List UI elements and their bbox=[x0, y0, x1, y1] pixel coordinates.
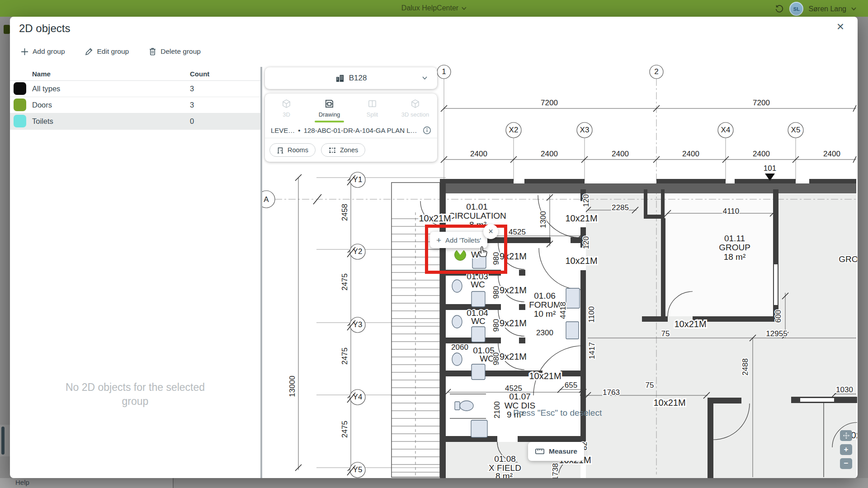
svg-text:2458: 2458 bbox=[340, 204, 349, 221]
building-name: B128 bbox=[349, 74, 367, 83]
svg-text:7200: 7200 bbox=[541, 99, 558, 107]
history-undo-icon[interactable] bbox=[774, 4, 784, 14]
edit-group-button[interactable]: Edit group bbox=[85, 47, 129, 56]
info-icon[interactable] bbox=[423, 126, 431, 135]
breadcrumb-separator: • bbox=[298, 127, 300, 134]
svg-text:10x21M: 10x21M bbox=[674, 319, 706, 329]
tab-3d[interactable]: 3D bbox=[265, 94, 308, 122]
table-row[interactable]: Doors 3 bbox=[10, 97, 260, 113]
workspace-selector[interactable]: Dalux HelpCenter bbox=[401, 4, 467, 12]
close-icon[interactable]: × bbox=[837, 20, 844, 33]
svg-text:1300: 1300 bbox=[539, 211, 547, 228]
empty-state-message: No 2D objects for the selected group bbox=[10, 380, 260, 408]
group-count: 0 bbox=[190, 117, 260, 126]
svg-text:1738: 1738 bbox=[551, 463, 560, 478]
svg-text:2488: 2488 bbox=[741, 358, 750, 375]
dismiss-selection-button[interactable]: × bbox=[483, 224, 498, 239]
bottom-strip-right bbox=[174, 478, 868, 488]
svg-text:01.06: 01.06 bbox=[534, 291, 556, 300]
measure-label: Measure bbox=[549, 447, 577, 455]
svg-text:4525: 4525 bbox=[509, 228, 526, 236]
svg-text:10 m²: 10 m² bbox=[534, 309, 556, 319]
svg-text:120: 120 bbox=[582, 236, 590, 249]
svg-text:X4: X4 bbox=[721, 126, 731, 134]
esc-hint-text: Press "Esc" to deselect bbox=[513, 408, 602, 418]
add-group-button[interactable]: Add group bbox=[21, 47, 65, 56]
pan-arrows-icon bbox=[842, 432, 850, 440]
svg-text:10x21M: 10x21M bbox=[653, 398, 685, 408]
user-menu-chevron-icon[interactable] bbox=[851, 7, 856, 10]
svg-text:2400: 2400 bbox=[470, 150, 487, 158]
page-nav-icon-fragment bbox=[4, 25, 10, 34]
svg-text:Y1: Y1 bbox=[353, 175, 363, 184]
svg-text:13000: 13000 bbox=[288, 375, 297, 397]
avatar[interactable]: SL bbox=[789, 2, 803, 16]
building-selector-dropdown[interactable]: B128 bbox=[265, 67, 437, 89]
pan-tool-button[interactable] bbox=[840, 430, 852, 441]
svg-text:2100: 2100 bbox=[493, 401, 501, 418]
chevron-down-icon bbox=[422, 76, 427, 80]
svg-text:A: A bbox=[264, 195, 269, 204]
zoom-in-button[interactable]: + bbox=[840, 444, 852, 455]
drawing-name[interactable]: 128-ABC-01-DR-A-104-GA PLAN LEVE… bbox=[304, 127, 420, 134]
measure-button[interactable]: Measure bbox=[528, 442, 584, 461]
tab-drawing[interactable]: Drawing bbox=[308, 94, 351, 122]
svg-text:980: 980 bbox=[492, 352, 500, 365]
tab-3d-section[interactable]: 3D section bbox=[394, 94, 437, 122]
add-toilets-label: Add 'Toilets' bbox=[445, 236, 481, 244]
cube-icon bbox=[281, 99, 292, 109]
svg-text:4418: 4418 bbox=[559, 302, 567, 319]
svg-text:Y5: Y5 bbox=[353, 465, 363, 474]
plus-icon bbox=[21, 48, 28, 56]
group-count: 3 bbox=[190, 84, 260, 93]
svg-text:WC: WC bbox=[471, 280, 485, 289]
svg-text:655: 655 bbox=[565, 381, 577, 389]
svg-text:2400: 2400 bbox=[612, 150, 629, 158]
svg-text:2400: 2400 bbox=[823, 150, 840, 158]
svg-text:8 m²: 8 m² bbox=[495, 471, 513, 478]
svg-text:2400: 2400 bbox=[682, 150, 699, 158]
help-link[interactable]: Help bbox=[15, 479, 29, 486]
user-name: Søren Lang bbox=[808, 5, 846, 13]
svg-text:980: 980 bbox=[492, 286, 500, 299]
group-name: Toilets bbox=[10, 117, 190, 126]
zoom-out-button[interactable]: − bbox=[840, 458, 852, 469]
layer-toggles: Rooms Zones bbox=[265, 138, 437, 162]
svg-text:2: 2 bbox=[654, 67, 658, 76]
svg-text:GROUP: GROUP bbox=[719, 243, 750, 252]
svg-text:10x21M: 10x21M bbox=[565, 256, 597, 266]
tab-label: 3D bbox=[283, 111, 290, 118]
view-mode-panel: 3D Drawing Split 3D section LEVE… • 128-… bbox=[265, 94, 437, 162]
cube-section-icon bbox=[410, 99, 420, 109]
svg-text:2400: 2400 bbox=[541, 150, 558, 158]
svg-text:10x21M: 10x21M bbox=[565, 213, 597, 223]
level-segment[interactable]: LEVE… bbox=[271, 127, 295, 134]
table-row-selected[interactable]: Toilets 0 bbox=[10, 113, 260, 130]
view-mode-tabs: 3D Drawing Split 3D section bbox=[265, 94, 437, 122]
delete-group-label: Delete group bbox=[160, 47, 201, 56]
table-row[interactable]: All types 3 bbox=[10, 81, 260, 97]
group-toolbar: Add group Edit group Delete group bbox=[21, 47, 201, 56]
svg-text:01.08: 01.08 bbox=[494, 454, 516, 464]
building-icon bbox=[335, 74, 344, 82]
zones-toggle-button[interactable]: Zones bbox=[321, 143, 365, 157]
groups-table: Name Count All types 3 Doors 3 Toilets 0 bbox=[10, 67, 260, 130]
drawing-breadcrumb[interactable]: LEVE… • 128-ABC-01-DR-A-104-GA PLAN LEVE… bbox=[265, 122, 437, 138]
dialog-title: 2D objects bbox=[19, 22, 70, 35]
svg-text:GROUP: GROUP bbox=[839, 254, 857, 264]
group-color-swatch bbox=[14, 115, 26, 127]
svg-text:2060: 2060 bbox=[451, 343, 468, 352]
hand-cursor-icon bbox=[477, 244, 490, 258]
svg-text:10x21M: 10x21M bbox=[529, 371, 561, 381]
tab-label: Split bbox=[367, 111, 378, 118]
tab-split[interactable]: Split bbox=[351, 94, 394, 122]
bottom-strip-divider bbox=[173, 478, 174, 488]
pencil-icon bbox=[85, 47, 93, 56]
edit-group-label: Edit group bbox=[97, 47, 129, 56]
svg-text:7200: 7200 bbox=[753, 99, 770, 107]
rooms-toggle-button[interactable]: Rooms bbox=[269, 143, 316, 157]
svg-text:1100: 1100 bbox=[587, 306, 596, 323]
page-scrollbar-fragment[interactable] bbox=[1, 427, 5, 455]
delete-group-button[interactable]: Delete group bbox=[149, 47, 201, 56]
svg-text:WC: WC bbox=[471, 316, 486, 326]
